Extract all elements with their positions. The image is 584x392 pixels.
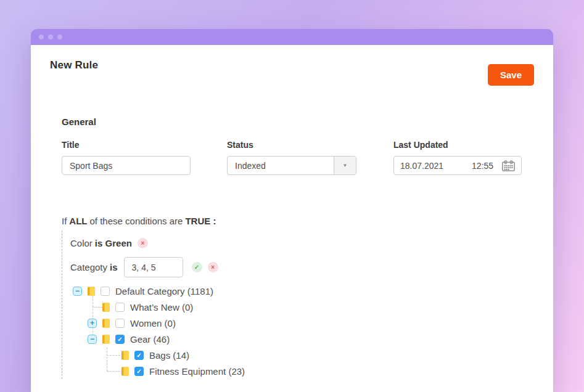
category-label[interactable]: Default Category (1181): [115, 286, 213, 296]
title-field-group: Title: [62, 140, 191, 175]
condition-bold-text: is Green: [95, 238, 132, 248]
remove-condition-icon[interactable]: ×: [138, 238, 148, 248]
condition-row-category: Categotyis ✓ ×: [62, 257, 534, 277]
last-updated-label: Last Updated: [393, 140, 522, 150]
category-ids-input[interactable]: [124, 257, 183, 277]
condition-text: Color: [70, 238, 93, 248]
category-label[interactable]: Bags (14): [149, 350, 189, 361]
expand-icon[interactable]: +: [88, 319, 97, 328]
condition-row-color: Coloris Green ×: [62, 235, 534, 250]
save-button[interactable]: Save: [488, 64, 534, 86]
fields-row: Title Status Indexed ▼ Last Updated 18.0…: [62, 140, 534, 175]
window-titlebar: [31, 29, 553, 45]
conditions-section: IfALLof these conditions areTRUE : Color…: [62, 216, 534, 379]
folder-icon: [121, 367, 129, 376]
conditions-intro: IfALLof these conditions areTRUE :: [62, 216, 534, 226]
category-tree: − Default Category (1181) What’s New (0): [62, 283, 534, 379]
condition-text: Categoty: [70, 262, 107, 272]
tree-row: What’s New (0): [62, 299, 534, 315]
category-checkbox[interactable]: [101, 287, 110, 296]
intro-text: of these conditions are: [90, 216, 183, 226]
category-checkbox[interactable]: [115, 319, 125, 328]
last-updated-field-group: Last Updated 18.07.2021 12:55: [393, 140, 522, 175]
general-section: General Title Status Indexed ▼ Last Upda…: [62, 116, 534, 175]
status-select[interactable]: Indexed ▼: [227, 156, 356, 175]
folder-icon: [121, 351, 129, 360]
category-checkbox[interactable]: [115, 303, 125, 312]
app-window: New Rule Save General Title Status Index…: [31, 29, 553, 392]
page-title: New Rule: [50, 59, 98, 71]
tree-row: − ✓ Gear (46): [62, 331, 534, 347]
status-label: Status: [227, 140, 356, 150]
category-label[interactable]: What’s New (0): [130, 302, 193, 312]
date-value: 18.07.2021: [400, 161, 443, 171]
intro-text: If: [62, 216, 67, 226]
category-label[interactable]: Women (0): [130, 318, 176, 329]
calendar-icon[interactable]: [502, 160, 515, 171]
intro-true: TRUE :: [185, 216, 216, 226]
intro-all: ALL: [69, 216, 87, 226]
tree-row: + Women (0): [62, 315, 534, 331]
time-value: 12:55: [472, 161, 493, 171]
window-dot-icon: [39, 35, 44, 39]
page-header: New Rule Save: [50, 59, 534, 98]
remove-icon[interactable]: ×: [208, 262, 218, 272]
status-selected-value: Indexed: [228, 161, 266, 171]
page-content: New Rule Save General Title Status Index…: [31, 45, 553, 392]
window-dot-icon: [48, 35, 53, 39]
folder-icon: [102, 319, 110, 328]
tree-row: ✓ Bags (14): [62, 347, 534, 363]
status-field-group: Status Indexed ▼: [227, 140, 356, 175]
section-heading: General: [62, 116, 534, 127]
category-checkbox[interactable]: ✓: [134, 367, 144, 376]
title-label: Title: [62, 140, 191, 150]
category-label[interactable]: Gear (46): [130, 334, 170, 345]
category-checkbox[interactable]: ✓: [134, 351, 144, 360]
tree-row: ✓ Fitness Equipment (23): [62, 363, 534, 379]
title-input[interactable]: [62, 156, 191, 175]
approve-icon[interactable]: ✓: [192, 262, 202, 272]
condition-bold-text: is: [110, 262, 118, 272]
window-dot-icon: [57, 35, 62, 39]
folder-icon: [102, 335, 110, 344]
category-label[interactable]: Fitness Equipment (23): [149, 366, 245, 377]
folder-icon: [88, 287, 95, 296]
folder-icon: [102, 303, 110, 312]
tree-row: − Default Category (1181): [62, 283, 534, 299]
last-updated-input[interactable]: 18.07.2021 12:55: [393, 156, 522, 175]
collapse-icon[interactable]: −: [73, 287, 82, 296]
conditions-body: Coloris Green × Categotyis ✓ × −: [62, 231, 534, 379]
collapse-icon[interactable]: −: [88, 335, 97, 344]
chevron-down-icon[interactable]: ▼: [334, 157, 356, 174]
category-checkbox[interactable]: ✓: [115, 335, 125, 344]
